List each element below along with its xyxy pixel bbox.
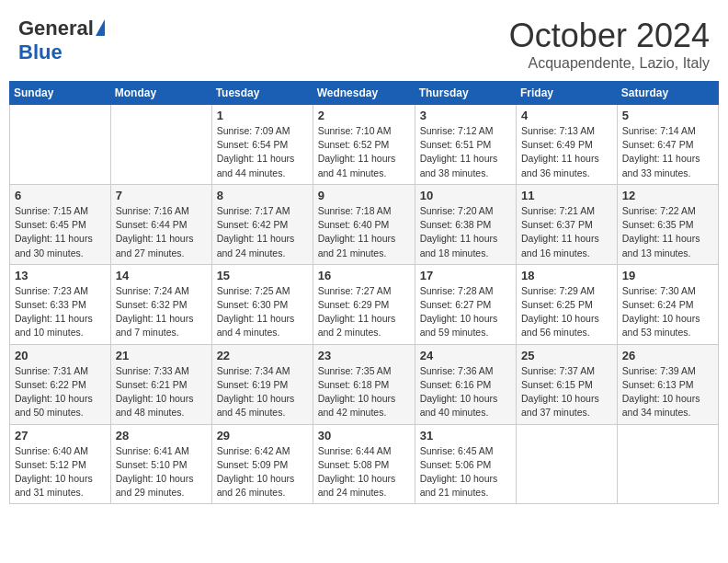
day-number: 9 xyxy=(318,189,410,202)
day-info: Sunrise: 7:17 AM Sunset: 6:42 PM Dayligh… xyxy=(217,204,308,260)
day-info: Sunrise: 7:35 AM Sunset: 6:18 PM Dayligh… xyxy=(318,364,410,420)
day-number: 19 xyxy=(622,269,713,282)
calendar-week-row: 13Sunrise: 7:23 AM Sunset: 6:33 PM Dayli… xyxy=(10,264,719,344)
calendar-week-row: 6Sunrise: 7:15 AM Sunset: 6:45 PM Daylig… xyxy=(10,184,719,264)
day-info: Sunrise: 7:23 AM Sunset: 6:33 PM Dayligh… xyxy=(15,284,106,340)
day-info: Sunrise: 7:20 AM Sunset: 6:38 PM Dayligh… xyxy=(420,204,511,260)
calendar-cell: 4Sunrise: 7:13 AM Sunset: 6:49 PM Daylig… xyxy=(517,105,618,185)
calendar-cell: 12Sunrise: 7:22 AM Sunset: 6:35 PM Dayli… xyxy=(617,184,718,264)
calendar-cell: 8Sunrise: 7:17 AM Sunset: 6:42 PM Daylig… xyxy=(211,184,313,264)
day-number: 7 xyxy=(116,189,207,202)
day-number: 17 xyxy=(420,269,511,282)
page-header: General Blue October 2024 Acquapendente,… xyxy=(9,9,719,75)
calendar-cell xyxy=(10,105,111,185)
day-number: 27 xyxy=(15,429,106,442)
day-info: Sunrise: 7:29 AM Sunset: 6:25 PM Dayligh… xyxy=(521,284,612,340)
calendar-cell: 25Sunrise: 7:37 AM Sunset: 6:15 PM Dayli… xyxy=(517,344,618,424)
day-number: 31 xyxy=(420,429,511,442)
calendar-header-sunday: Sunday xyxy=(10,82,111,105)
day-number: 13 xyxy=(15,269,106,282)
day-info: Sunrise: 7:30 AM Sunset: 6:24 PM Dayligh… xyxy=(622,284,713,340)
day-info: Sunrise: 7:36 AM Sunset: 6:16 PM Dayligh… xyxy=(420,364,511,420)
day-number: 24 xyxy=(420,349,511,362)
day-info: Sunrise: 7:33 AM Sunset: 6:21 PM Dayligh… xyxy=(116,364,207,420)
logo: General Blue xyxy=(18,17,105,64)
day-number: 26 xyxy=(622,349,713,362)
calendar-header-friday: Friday xyxy=(517,82,618,105)
calendar-cell xyxy=(517,424,618,504)
day-number: 8 xyxy=(217,189,308,202)
calendar-header-row: SundayMondayTuesdayWednesdayThursdayFrid… xyxy=(10,82,719,105)
calendar-cell: 26Sunrise: 7:39 AM Sunset: 6:13 PM Dayli… xyxy=(617,344,718,424)
day-info: Sunrise: 7:12 AM Sunset: 6:51 PM Dayligh… xyxy=(420,124,511,180)
day-info: Sunrise: 6:40 AM Sunset: 5:12 PM Dayligh… xyxy=(15,444,106,500)
calendar-cell: 1Sunrise: 7:09 AM Sunset: 6:54 PM Daylig… xyxy=(211,105,313,185)
day-number: 1 xyxy=(217,109,308,122)
day-info: Sunrise: 7:39 AM Sunset: 6:13 PM Dayligh… xyxy=(622,364,713,420)
calendar-week-row: 27Sunrise: 6:40 AM Sunset: 5:12 PM Dayli… xyxy=(10,424,719,504)
calendar-cell: 17Sunrise: 7:28 AM Sunset: 6:27 PM Dayli… xyxy=(415,264,516,344)
day-number: 29 xyxy=(217,429,308,442)
day-info: Sunrise: 7:22 AM Sunset: 6:35 PM Dayligh… xyxy=(622,204,713,260)
calendar-cell: 22Sunrise: 7:34 AM Sunset: 6:19 PM Dayli… xyxy=(211,344,313,424)
day-number: 4 xyxy=(521,109,612,122)
calendar-table: SundayMondayTuesdayWednesdayThursdayFrid… xyxy=(9,81,719,504)
calendar-cell: 31Sunrise: 6:45 AM Sunset: 5:06 PM Dayli… xyxy=(415,424,516,504)
calendar-header-tuesday: Tuesday xyxy=(211,82,313,105)
day-info: Sunrise: 6:41 AM Sunset: 5:10 PM Dayligh… xyxy=(116,444,207,500)
logo-triangle-icon xyxy=(96,19,105,36)
day-info: Sunrise: 7:14 AM Sunset: 6:47 PM Dayligh… xyxy=(622,124,713,180)
day-number: 25 xyxy=(521,349,612,362)
day-info: Sunrise: 7:18 AM Sunset: 6:40 PM Dayligh… xyxy=(318,204,410,260)
day-number: 3 xyxy=(420,109,511,122)
day-info: Sunrise: 7:28 AM Sunset: 6:27 PM Dayligh… xyxy=(420,284,511,340)
calendar-cell: 30Sunrise: 6:44 AM Sunset: 5:08 PM Dayli… xyxy=(313,424,415,504)
day-number: 18 xyxy=(521,269,612,282)
calendar-cell: 28Sunrise: 6:41 AM Sunset: 5:10 PM Dayli… xyxy=(110,424,211,504)
day-info: Sunrise: 7:24 AM Sunset: 6:32 PM Dayligh… xyxy=(116,284,207,340)
day-number: 6 xyxy=(15,189,106,202)
calendar-header-wednesday: Wednesday xyxy=(313,82,415,105)
day-number: 28 xyxy=(116,429,207,442)
calendar-cell: 2Sunrise: 7:10 AM Sunset: 6:52 PM Daylig… xyxy=(313,105,415,185)
calendar-cell: 7Sunrise: 7:16 AM Sunset: 6:44 PM Daylig… xyxy=(110,184,211,264)
day-number: 16 xyxy=(318,269,410,282)
calendar-header-saturday: Saturday xyxy=(617,82,718,105)
day-info: Sunrise: 6:45 AM Sunset: 5:06 PM Dayligh… xyxy=(420,444,511,500)
day-info: Sunrise: 7:37 AM Sunset: 6:15 PM Dayligh… xyxy=(521,364,612,420)
month-title: October 2024 xyxy=(509,17,710,55)
day-number: 15 xyxy=(217,269,308,282)
calendar-week-row: 1Sunrise: 7:09 AM Sunset: 6:54 PM Daylig… xyxy=(10,105,719,185)
day-info: Sunrise: 7:27 AM Sunset: 6:29 PM Dayligh… xyxy=(318,284,410,340)
day-info: Sunrise: 7:10 AM Sunset: 6:52 PM Dayligh… xyxy=(318,124,410,180)
calendar-cell xyxy=(110,105,211,185)
day-info: Sunrise: 7:31 AM Sunset: 6:22 PM Dayligh… xyxy=(15,364,106,420)
day-number: 10 xyxy=(420,189,511,202)
calendar-cell: 21Sunrise: 7:33 AM Sunset: 6:21 PM Dayli… xyxy=(110,344,211,424)
day-info: Sunrise: 7:13 AM Sunset: 6:49 PM Dayligh… xyxy=(521,124,612,180)
calendar-header-thursday: Thursday xyxy=(415,82,516,105)
day-number: 14 xyxy=(116,269,207,282)
day-number: 12 xyxy=(622,189,713,202)
logo-general-text: General xyxy=(18,17,94,40)
calendar-cell: 18Sunrise: 7:29 AM Sunset: 6:25 PM Dayli… xyxy=(517,264,618,344)
calendar-cell: 3Sunrise: 7:12 AM Sunset: 6:51 PM Daylig… xyxy=(415,105,516,185)
calendar-cell: 15Sunrise: 7:25 AM Sunset: 6:30 PM Dayli… xyxy=(211,264,313,344)
day-info: Sunrise: 7:16 AM Sunset: 6:44 PM Dayligh… xyxy=(116,204,207,260)
calendar-cell: 5Sunrise: 7:14 AM Sunset: 6:47 PM Daylig… xyxy=(617,105,718,185)
day-number: 20 xyxy=(15,349,106,362)
day-info: Sunrise: 6:42 AM Sunset: 5:09 PM Dayligh… xyxy=(217,444,308,500)
day-number: 2 xyxy=(318,109,410,122)
day-number: 22 xyxy=(217,349,308,362)
calendar-cell: 20Sunrise: 7:31 AM Sunset: 6:22 PM Dayli… xyxy=(10,344,111,424)
logo-blue-text: Blue xyxy=(18,40,63,64)
calendar-cell: 11Sunrise: 7:21 AM Sunset: 6:37 PM Dayli… xyxy=(517,184,618,264)
day-info: Sunrise: 7:25 AM Sunset: 6:30 PM Dayligh… xyxy=(217,284,308,340)
calendar-cell: 24Sunrise: 7:36 AM Sunset: 6:16 PM Dayli… xyxy=(415,344,516,424)
day-info: Sunrise: 7:34 AM Sunset: 6:19 PM Dayligh… xyxy=(217,364,308,420)
calendar-cell: 10Sunrise: 7:20 AM Sunset: 6:38 PM Dayli… xyxy=(415,184,516,264)
calendar-week-row: 20Sunrise: 7:31 AM Sunset: 6:22 PM Dayli… xyxy=(10,344,719,424)
calendar-cell xyxy=(617,424,718,504)
title-area: October 2024 Acquapendente, Lazio, Italy xyxy=(509,17,710,72)
day-info: Sunrise: 7:15 AM Sunset: 6:45 PM Dayligh… xyxy=(15,204,106,260)
